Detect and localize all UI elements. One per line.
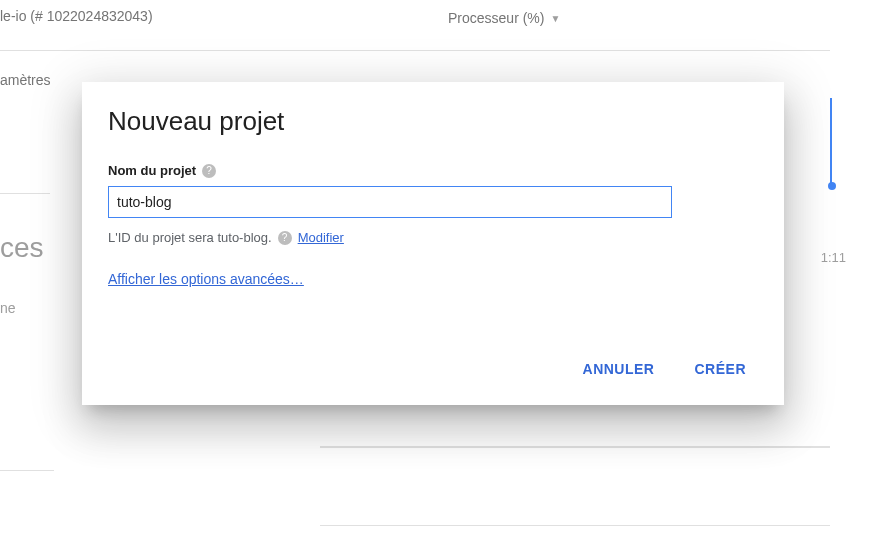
help-icon[interactable]: ? (202, 164, 216, 178)
cancel-button[interactable]: ANNULER (571, 351, 667, 387)
dialog-actions: ANNULER CRÉER (108, 351, 758, 387)
bg-processor-dropdown[interactable]: Processeur (%) ▼ (448, 10, 560, 26)
project-id-hint: L'ID du projet sera tuto-blog. ? Modifie… (108, 230, 758, 245)
advanced-options-link[interactable]: Afficher les options avancées… (108, 271, 758, 287)
bg-project-id: le-io (# 1022024832043) (0, 8, 153, 24)
project-id-hint-text: L'ID du projet sera tuto-blog. (108, 230, 272, 245)
new-project-dialog: Nouveau projet Nom du projet ? L'ID du p… (82, 82, 784, 405)
bg-resources-fragment: ces (0, 232, 44, 264)
bg-params-fragment: amètres (0, 72, 51, 88)
bg-divider (0, 50, 830, 51)
chevron-down-icon: ▼ (550, 13, 560, 24)
dialog-title: Nouveau projet (108, 106, 758, 137)
bg-divider (0, 470, 54, 471)
bg-chart-point (828, 182, 836, 190)
create-button[interactable]: CRÉER (682, 351, 758, 387)
modify-link[interactable]: Modifier (298, 230, 344, 245)
bg-processor-label: Processeur (%) (448, 10, 544, 26)
bg-chart-line (830, 98, 832, 186)
help-icon[interactable]: ? (278, 231, 292, 245)
project-name-input[interactable] (117, 194, 663, 210)
bg-time-label: 1:11 (821, 250, 846, 265)
field-label-row: Nom du projet ? (108, 163, 758, 178)
bg-divider (320, 446, 830, 448)
project-name-label: Nom du projet (108, 163, 196, 178)
bg-ne-fragment: ne (0, 300, 16, 316)
bg-divider (0, 193, 50, 194)
project-name-input-wrapper[interactable] (108, 186, 672, 218)
bg-divider (320, 525, 830, 526)
